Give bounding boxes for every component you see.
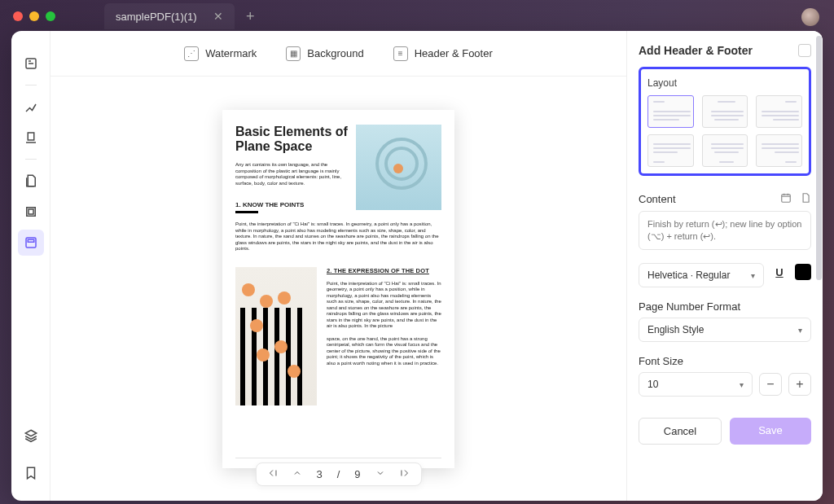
sidebar-annotate-icon[interactable] bbox=[18, 50, 44, 77]
layout-option-4[interactable] bbox=[647, 134, 694, 167]
background-tool[interactable]: ▦ Background bbox=[286, 46, 363, 61]
header-footer-label: Header & Footer bbox=[415, 47, 493, 59]
watermark-icon: ⋰ bbox=[184, 46, 199, 61]
nav-current-page[interactable]: 3 bbox=[316, 468, 322, 480]
layout-option-5[interactable] bbox=[702, 134, 748, 167]
window-zoom-button[interactable] bbox=[46, 11, 55, 21]
document-tab-title: samplePDF(1)(1) bbox=[116, 11, 197, 23]
document-page: Basic Elements of Plane Space Any art co… bbox=[222, 110, 454, 468]
page-macro-icon[interactable] bbox=[800, 192, 811, 206]
panel-scrollbar[interactable] bbox=[816, 36, 822, 280]
section2-body1: Point, the interpretation of "Ci Hai" is… bbox=[327, 281, 441, 330]
top-toolbar: ⋰ Watermark ▦ Background ≡ Header & Foot… bbox=[50, 31, 626, 77]
fontsize-select[interactable]: 10 ▾ bbox=[639, 372, 753, 397]
panel-title-text: Add Header & Footer bbox=[639, 44, 753, 57]
layout-option-6[interactable] bbox=[756, 134, 802, 167]
save-button[interactable]: Save bbox=[730, 418, 811, 445]
background-icon: ▦ bbox=[286, 46, 301, 61]
close-tab-icon[interactable]: ✕ bbox=[213, 10, 223, 23]
page-intro: Any art contains its own language, and t… bbox=[235, 162, 349, 186]
watermark-label: Watermark bbox=[205, 47, 257, 59]
svg-rect-5 bbox=[782, 195, 791, 202]
layout-label: Layout bbox=[647, 77, 802, 89]
content-input[interactable] bbox=[639, 211, 811, 250]
section2-heading: 2. THE EXPRESSION OF THE DOT bbox=[327, 267, 441, 274]
sidebar-edit-icon[interactable] bbox=[18, 125, 44, 151]
date-macro-icon[interactable] bbox=[780, 192, 792, 206]
chevron-down-icon: ▾ bbox=[798, 326, 802, 335]
sidebar-bookmark-icon[interactable] bbox=[18, 460, 44, 486]
document-tab[interactable]: samplePDF(1)(1) ✕ bbox=[104, 3, 235, 29]
svg-rect-4 bbox=[28, 239, 34, 242]
page-image-2 bbox=[235, 267, 317, 405]
sidebar-crop-icon[interactable] bbox=[18, 199, 44, 225]
sidebar-highlight-icon[interactable] bbox=[18, 94, 44, 120]
layout-option-2[interactable] bbox=[702, 95, 748, 128]
sidebar-pages-icon[interactable] bbox=[18, 168, 44, 194]
content-label: Content bbox=[639, 193, 676, 205]
fontsize-decrement[interactable]: − bbox=[759, 373, 782, 396]
layout-group: Layout bbox=[639, 67, 811, 176]
window-close-button[interactable] bbox=[13, 11, 23, 21]
layout-option-3[interactable] bbox=[756, 95, 802, 128]
pagenum-format-select[interactable]: English Style ▾ bbox=[639, 318, 811, 342]
cancel-button[interactable]: Cancel bbox=[639, 418, 722, 445]
pagenum-format-value: English Style bbox=[647, 324, 704, 335]
background-label: Background bbox=[307, 47, 363, 59]
sidebar bbox=[11, 31, 50, 501]
header-footer-tool[interactable]: ≡ Header & Footer bbox=[393, 46, 493, 61]
page-title: Basic Elements of Plane Space bbox=[235, 125, 349, 155]
page-image-1 bbox=[356, 125, 441, 210]
section1-body: Point, the interpretation of "Ci Hai" is… bbox=[235, 221, 441, 252]
sidebar-header-footer-icon[interactable] bbox=[18, 230, 44, 256]
layout-option-1[interactable] bbox=[647, 95, 694, 128]
watermark-tool[interactable]: ⋰ Watermark bbox=[184, 46, 257, 61]
section2-body2: space, on the one hand, the point has a … bbox=[327, 336, 441, 367]
font-family-select[interactable]: Helvetica · Regular ▾ bbox=[639, 263, 764, 287]
titlebar: samplePDF(1)(1) ✕ + bbox=[0, 0, 834, 33]
nav-first-icon[interactable] bbox=[267, 468, 277, 480]
nav-last-icon[interactable] bbox=[400, 468, 410, 480]
fontsize-increment[interactable]: + bbox=[788, 373, 811, 396]
add-tab-button[interactable]: + bbox=[246, 8, 255, 25]
fontsize-label: Font Size bbox=[639, 355, 683, 367]
font-color-swatch[interactable] bbox=[795, 264, 811, 280]
svg-rect-2 bbox=[29, 209, 33, 214]
properties-panel: Add Header & Footer Layout bbox=[627, 31, 823, 501]
collapse-panel-icon[interactable] bbox=[798, 44, 811, 57]
header-footer-icon: ≡ bbox=[393, 46, 408, 61]
document-canvas[interactable]: Basic Elements of Plane Space Any art co… bbox=[50, 77, 626, 501]
chevron-down-icon: ▾ bbox=[751, 271, 755, 280]
underline-toggle[interactable]: U bbox=[770, 263, 788, 281]
fontsize-value: 10 bbox=[647, 379, 658, 390]
page-navigator: 3 / 9 bbox=[255, 462, 421, 486]
font-family-value: Helvetica · Regular bbox=[647, 270, 730, 281]
nav-next-icon[interactable] bbox=[375, 468, 385, 480]
nav-prev-icon[interactable] bbox=[292, 468, 301, 480]
chevron-down-icon: ▾ bbox=[740, 380, 744, 389]
pagenum-label: Page Number Format bbox=[639, 300, 740, 313]
user-avatar[interactable] bbox=[801, 8, 819, 26]
nav-page-sep: / bbox=[337, 468, 340, 480]
nav-total-pages: 9 bbox=[354, 468, 360, 480]
window-minimize-button[interactable] bbox=[29, 11, 39, 21]
sidebar-layers-icon[interactable] bbox=[18, 423, 44, 449]
